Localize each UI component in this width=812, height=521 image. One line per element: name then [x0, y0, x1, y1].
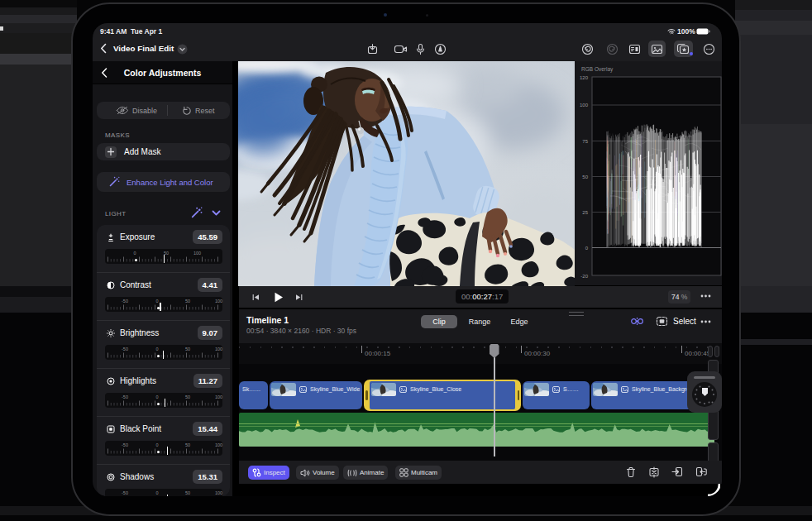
svg-text:100: 100: [580, 103, 589, 108]
svg-text:-20: -20: [580, 274, 588, 279]
svg-text:25: 25: [582, 210, 588, 215]
svg-text:50: 50: [582, 174, 588, 179]
svg-text:75: 75: [582, 139, 588, 144]
svg-text:RGB Overlay: RGB Overlay: [581, 66, 614, 73]
svg-text:120: 120: [580, 75, 589, 80]
